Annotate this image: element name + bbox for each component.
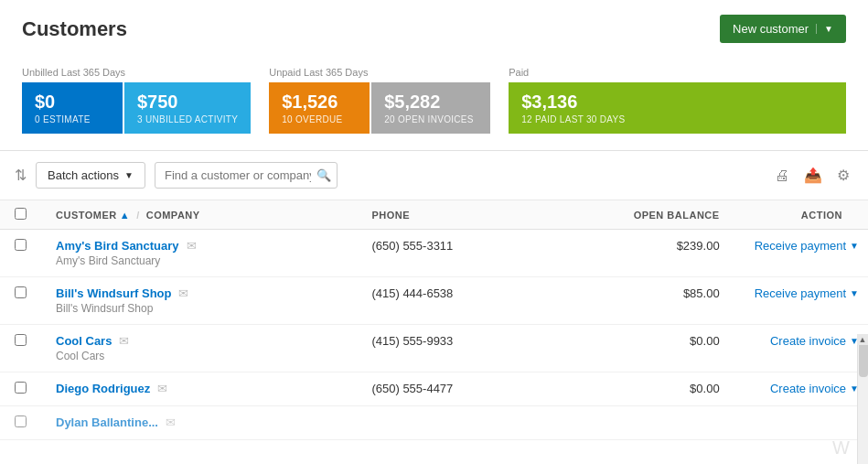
row-checkbox[interactable]	[15, 239, 27, 251]
company-header-label: COMPANY	[146, 210, 200, 221]
customer-name-link[interactable]: Amy's Bird Sanctuary	[56, 239, 179, 253]
customer-name-link[interactable]: Diego Rodriguez	[56, 382, 150, 395]
tile-unbilled-activity[interactable]: $750 3 UNBILLED ACTIVITY	[124, 82, 251, 134]
row-checkbox[interactable]	[15, 334, 27, 346]
toolbar: ⇅ Batch actions ▼ 🔍 🖨 📤	[0, 151, 868, 200]
balance-amount: $85.00	[683, 286, 720, 300]
balance-cell: $239.00	[584, 230, 734, 277]
customer-subname: Amy's Bird Sanctuary	[56, 254, 342, 267]
scrollbar-track	[857, 339, 868, 464]
customer-name-link[interactable]: Bill's Windsurf Shop	[56, 286, 171, 300]
row-checkbox-cell	[0, 277, 41, 325]
header-separator: /	[136, 210, 140, 221]
header-action: ACTION	[734, 200, 868, 230]
email-icon: ✉	[187, 239, 197, 253]
email-icon: ✉	[119, 334, 129, 348]
phone-cell	[357, 406, 584, 440]
tile-open-desc: 20 OPEN INVOICES	[384, 114, 477, 124]
toolbar-left: ⇅ Batch actions ▼ 🔍	[15, 162, 338, 189]
print-icon: 🖨	[775, 167, 789, 183]
balance-amount: $0.00	[690, 382, 720, 395]
balance-cell: $0.00	[584, 372, 734, 406]
customer-sort[interactable]: CUSTOMER ▲ / COMPANY	[56, 210, 342, 221]
scroll-up-button[interactable]: ▲	[857, 334, 868, 345]
tile-unbilled-amount: $750	[137, 92, 238, 113]
select-all-checkbox[interactable]	[15, 208, 27, 220]
stats-outer: Unbilled Last 365 Days $0 0 ESTIMATE $75…	[22, 67, 846, 134]
unbilled-label: Unbilled Last 365 Days	[22, 67, 251, 78]
action-link[interactable]: Receive payment ▼	[749, 239, 859, 253]
export-icon: 📤	[804, 167, 822, 183]
customer-cell: Cool Cars ✉ Cool Cars	[41, 325, 357, 372]
action-cell: Create invoice ▼	[734, 372, 868, 406]
new-customer-button[interactable]: New customer ▼	[720, 15, 846, 43]
action-link[interactable]: Create invoice ▼	[749, 382, 859, 395]
export-button[interactable]: 📤	[800, 163, 826, 188]
tile-paid-amount: $3,136	[521, 92, 833, 113]
action-label: Create invoice	[770, 382, 846, 395]
new-customer-label: New customer	[733, 22, 809, 36]
row-checkbox[interactable]	[15, 382, 27, 394]
row-checkbox-cell	[0, 230, 41, 277]
customer-name-link[interactable]: Cool Cars	[56, 334, 112, 348]
tile-unbilled-desc: 3 UNBILLED ACTIVITY	[137, 114, 238, 124]
print-button[interactable]: 🖨	[771, 164, 793, 188]
header-checkbox-cell	[0, 200, 41, 230]
search-box: 🔍	[155, 162, 338, 189]
balance-cell	[584, 406, 734, 440]
tile-paid-desc: 12 PAID LAST 30 DAYS	[521, 114, 833, 124]
page-wrapper: Customers New customer ▼ Unbilled Last 3…	[0, 0, 868, 464]
table-row: Diego Rodriguez ✉ (650) 555-4477 $0.00 C…	[0, 372, 868, 406]
row-checkbox-cell	[0, 406, 41, 440]
unpaid-label: Unpaid Last 365 Days	[269, 67, 490, 78]
tile-open-invoices[interactable]: $5,282 20 OPEN INVOICES	[371, 82, 490, 134]
customer-sort-arrow: ▲	[120, 210, 130, 221]
batch-actions-button[interactable]: Batch actions ▼	[36, 162, 145, 189]
unbilled-block: Unbilled Last 365 Days $0 0 ESTIMATE $75…	[22, 67, 251, 134]
balance-cell: $85.00	[584, 277, 734, 325]
customer-cell: Bill's Windsurf Shop ✉ Bill's Windsurf S…	[41, 277, 357, 325]
row-checkbox-cell	[0, 372, 41, 406]
page-container: Customers New customer ▼ Unbilled Last 3…	[0, 0, 868, 464]
tile-estimate[interactable]: $0 0 ESTIMATE	[22, 82, 123, 134]
header-phone: PHONE	[357, 200, 584, 230]
scrollbar-thumb[interactable]	[859, 340, 868, 377]
new-customer-arrow: ▼	[816, 24, 833, 34]
row-checkbox[interactable]	[15, 286, 27, 298]
action-arrow: ▼	[850, 241, 859, 251]
settings-icon: ⚙	[837, 167, 850, 183]
customer-name-row: Bill's Windsurf Shop ✉	[56, 286, 342, 300]
action-cell: Receive payment ▼	[734, 230, 868, 277]
customer-cell: Diego Rodriguez ✉	[41, 372, 357, 406]
search-input[interactable]	[165, 168, 311, 182]
tile-paid[interactable]: $3,136 12 PAID LAST 30 DAYS	[509, 82, 846, 134]
table-row: Bill's Windsurf Shop ✉ Bill's Windsurf S…	[0, 277, 868, 325]
phone-cell: (650) 555-4477	[357, 372, 584, 406]
customer-subname: Bill's Windsurf Shop	[56, 302, 342, 315]
paid-block: Paid $3,136 12 PAID LAST 30 DAYS	[509, 67, 846, 134]
settings-button[interactable]: ⚙	[833, 163, 853, 188]
tile-overdue[interactable]: $1,526 10 OVERDUE	[269, 82, 370, 134]
paid-label: Paid	[509, 67, 846, 78]
batch-actions-arrow: ▼	[124, 170, 134, 180]
table-row: Cool Cars ✉ Cool Cars (415) 555-9933 $0.…	[0, 325, 868, 372]
row-checkbox-cell	[0, 325, 41, 372]
customer-name-row: Diego Rodriguez ✉	[56, 382, 342, 395]
email-icon: ✉	[166, 415, 176, 429]
row-checkbox[interactable]	[15, 415, 27, 427]
tile-estimate-desc: 0 ESTIMATE	[35, 114, 110, 124]
unbilled-tiles: $0 0 ESTIMATE $750 3 UNBILLED ACTIVITY	[22, 82, 251, 134]
phone-cell: (650) 555-3311	[357, 230, 584, 277]
header-balance: OPEN BALANCE	[584, 200, 734, 230]
table-header-row: CUSTOMER ▲ / COMPANY PHONE OPEN BALANCE …	[0, 200, 868, 230]
stats-section: Unbilled Last 365 Days $0 0 ESTIMATE $75…	[0, 52, 868, 134]
customer-cell: Dylan Ballantine... ✉	[41, 406, 357, 440]
customer-name-row: Dylan Ballantine... ✉	[56, 415, 342, 429]
customer-table: CUSTOMER ▲ / COMPANY PHONE OPEN BALANCE …	[0, 200, 868, 440]
action-link[interactable]: Receive payment ▼	[749, 286, 859, 300]
sort-button[interactable]: ⇅	[15, 167, 27, 184]
action-link[interactable]: Create invoice ▼	[749, 334, 859, 348]
action-label: Create invoice	[770, 334, 846, 348]
action-cell: Receive payment ▼	[734, 277, 868, 325]
customer-name-link[interactable]: Dylan Ballantine...	[56, 415, 158, 429]
